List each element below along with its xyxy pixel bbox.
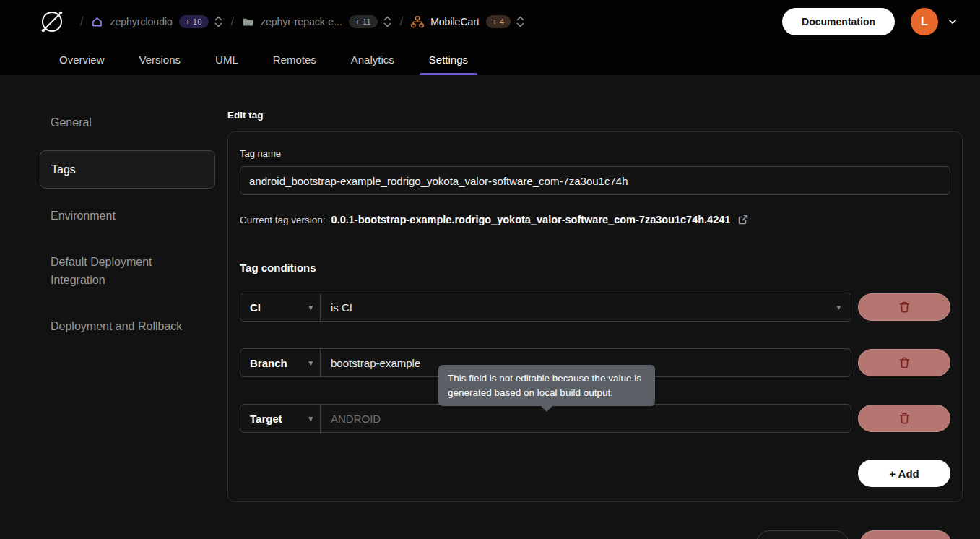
tab-remotes[interactable]: Remotes (269, 43, 320, 75)
trash-icon (898, 412, 911, 425)
condition-value-field-disabled: ANDROID (321, 405, 851, 432)
project-switcher-icon[interactable] (383, 15, 392, 28)
tag-name-input[interactable] (240, 166, 950, 195)
caret-down-icon: ▾ (836, 303, 841, 311)
application-name: MobileCart (430, 16, 480, 27)
condition-value-label: bootstrap-example (331, 357, 420, 369)
zephyr-logo-icon[interactable] (39, 9, 65, 35)
tab-settings[interactable]: Settings (425, 43, 472, 75)
main-area: General Tags Environment Default Deploym… (0, 75, 980, 539)
tag-conditions-title: Tag conditions (240, 262, 950, 274)
caret-down-icon: ▾ (308, 359, 313, 367)
bottom-secondary-button-partial[interactable] (755, 530, 849, 539)
breadcrumb-separator: / (231, 15, 234, 28)
user-menu-chevron-down-icon[interactable] (947, 16, 958, 27)
breadcrumb-application[interactable]: MobileCart + 4 (411, 15, 511, 28)
sidebar-item-tags[interactable]: Tags (40, 150, 215, 189)
condition-type-select[interactable]: Branch ▾ (240, 349, 321, 376)
application-switcher-icon[interactable] (516, 15, 525, 28)
condition-type-select[interactable]: Target ▾ (240, 405, 321, 432)
condition-value-label: ANDROID (331, 413, 381, 425)
sidebar-item-environment[interactable]: Environment (40, 197, 215, 235)
condition-type-label: Target (250, 413, 282, 425)
breadcrumb-project[interactable]: zephyr-repack-e... + 11 (242, 15, 378, 28)
org-icon (411, 16, 424, 28)
project-count-badge: + 11 (349, 15, 378, 28)
condition-row-ci: CI ▾ is CI ▾ (240, 293, 950, 322)
add-condition-button[interactable]: + Add (858, 460, 950, 487)
project-name: zephyr-repack-e... (261, 16, 342, 27)
sidebar-item-default-deployment-integration[interactable]: Default Deployment Integration (40, 243, 215, 299)
breadcrumb-separator: / (80, 15, 83, 28)
tab-versions[interactable]: Versions (136, 43, 185, 75)
app-root: / zephyrcloudio + 10 / (0, 0, 980, 539)
condition-type-label: Branch (250, 357, 287, 369)
org-name: zephyrcloudio (110, 16, 172, 27)
edit-tag-card: Tag name Current tag version: 0.0.1-boot… (227, 131, 963, 502)
tab-uml[interactable]: UML (212, 43, 242, 75)
documentation-button[interactable]: Documentation (782, 8, 895, 35)
current-tag-version-row: Current tag version: 0.0.1-bootstrap-exa… (240, 214, 950, 225)
tab-overview[interactable]: Overview (56, 43, 108, 75)
org-switcher-icon[interactable] (214, 15, 223, 28)
page-title: Edit tag (227, 110, 963, 121)
add-row: + Add (240, 460, 950, 487)
org-count-badge: + 10 (179, 15, 209, 28)
condition-type-label: CI (250, 301, 261, 314)
bottom-danger-button-partial[interactable] (859, 530, 952, 539)
external-link-icon[interactable] (737, 214, 749, 225)
condition-value-select[interactable]: is CI ▾ (321, 293, 851, 321)
caret-down-icon: ▾ (308, 415, 313, 423)
current-tag-version-label: Current tag version: (240, 215, 326, 225)
delete-condition-button[interactable] (858, 405, 950, 432)
condition-field: CI ▾ is CI ▾ (240, 293, 851, 322)
caret-down-icon: ▾ (308, 303, 313, 311)
current-tag-version-value: 0.0.1-bootstrap-example.rodrigo_yokota_v… (331, 214, 731, 225)
primary-tabs: Overview Versions UML Remotes Analytics … (0, 43, 980, 75)
user-avatar[interactable]: L (911, 8, 938, 35)
sidebar-item-general[interactable]: General (40, 104, 215, 142)
delete-condition-button[interactable] (858, 293, 950, 321)
breadcrumb-separator: / (400, 15, 403, 28)
folder-icon (242, 16, 254, 28)
condition-row-target: Target ▾ ANDROID (240, 404, 950, 433)
tag-name-label: Tag name (240, 148, 950, 159)
trash-icon (898, 356, 911, 369)
top-bar: / zephyrcloudio + 10 / (0, 0, 980, 75)
tab-analytics[interactable]: Analytics (347, 43, 398, 75)
settings-content: Edit tag Tag name Current tag version: 0… (227, 75, 980, 539)
delete-condition-button[interactable] (858, 349, 950, 376)
sidebar-item-deployment-and-rollback[interactable]: Deployment and Rollback (40, 308, 215, 345)
application-count-badge: + 4 (486, 15, 511, 28)
field-not-editable-tooltip: This field is not editable because the v… (438, 365, 655, 406)
breadcrumb-row: / zephyrcloudio + 10 / (0, 0, 980, 43)
settings-sidebar: General Tags Environment Default Deploym… (0, 75, 227, 539)
trash-icon (898, 301, 911, 314)
breadcrumb-org[interactable]: zephyrcloudio + 10 (91, 15, 208, 28)
condition-value-label: is CI (331, 301, 352, 314)
condition-type-select[interactable]: CI ▾ (240, 293, 321, 321)
house-icon (91, 16, 103, 28)
